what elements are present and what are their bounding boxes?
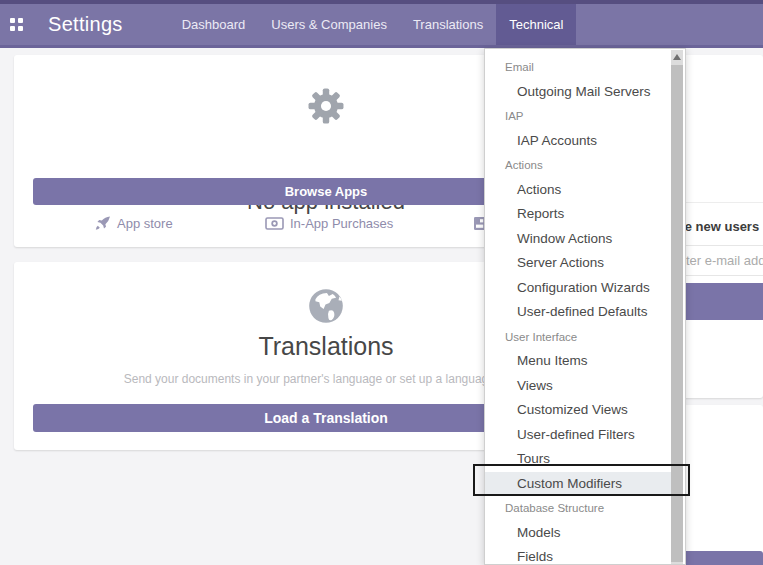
top-navbar: Settings Dashboard Users & Companies Tra… bbox=[0, 0, 763, 48]
menu-item-models[interactable]: Models bbox=[485, 521, 671, 546]
menu-users-companies[interactable]: Users & Companies bbox=[258, 4, 400, 45]
menu-section-user-interface: User Interface bbox=[485, 325, 671, 350]
menu-section-actions: Actions bbox=[485, 153, 671, 178]
menu-item-tours[interactable]: Tours bbox=[485, 447, 671, 472]
menu-translations[interactable]: Translations bbox=[400, 4, 496, 45]
menu-section-database-structure: Database Structure bbox=[485, 496, 671, 521]
banknote-icon bbox=[265, 217, 284, 230]
menu-dashboard[interactable]: Dashboard bbox=[169, 4, 259, 45]
menu-item-menu-items[interactable]: Menu Items bbox=[485, 349, 671, 374]
main-menu: Dashboard Users & Companies Translations… bbox=[169, 4, 577, 45]
menu-item-user-defined-defaults[interactable]: User-defined Defaults bbox=[485, 300, 671, 325]
in-app-purchases-link[interactable]: In-App Purchases bbox=[265, 213, 393, 233]
menu-item-window-actions[interactable]: Window Actions bbox=[485, 227, 671, 252]
menu-item-custom-modifiers[interactable]: Custom Modifiers bbox=[485, 472, 671, 497]
menu-item-actions[interactable]: Actions bbox=[485, 178, 671, 203]
menu-item-configuration-wizards[interactable]: Configuration Wizards bbox=[485, 276, 671, 301]
app-store-label: App store bbox=[117, 216, 173, 231]
menu-section-email: Email bbox=[485, 55, 671, 80]
menu-section-iap: IAP bbox=[485, 104, 671, 129]
menu-item-outgoing-mail-servers[interactable]: Outgoing Mail Servers bbox=[485, 80, 671, 105]
scrollbar-thumb[interactable] bbox=[671, 65, 683, 562]
right-panel-button[interactable] bbox=[680, 551, 763, 565]
menu-technical[interactable]: Technical bbox=[496, 4, 576, 45]
dropdown-scrollbar[interactable] bbox=[671, 50, 683, 564]
menu-item-customized-views[interactable]: Customized Views bbox=[485, 398, 671, 423]
technical-menu-list: EmailOutgoing Mail ServersIAPIAP Account… bbox=[485, 55, 671, 565]
apps-grid-icon[interactable] bbox=[10, 18, 23, 31]
menu-item-reports[interactable]: Reports bbox=[485, 202, 671, 227]
menu-item-iap-accounts[interactable]: IAP Accounts bbox=[485, 129, 671, 154]
app-store-link[interactable]: App store bbox=[95, 213, 173, 233]
menu-item-fields[interactable]: Fields bbox=[485, 545, 671, 565]
in-app-purchases-label: In-App Purchases bbox=[290, 216, 393, 231]
menu-item-user-defined-filters[interactable]: User-defined Filters bbox=[485, 423, 671, 448]
scrollbar-up-arrow-icon[interactable] bbox=[673, 54, 681, 60]
menu-item-views[interactable]: Views bbox=[485, 374, 671, 399]
rocket-icon bbox=[95, 216, 111, 231]
technical-dropdown: EmailOutgoing Mail ServersIAPIAP Account… bbox=[484, 48, 686, 565]
menu-item-server-actions[interactable]: Server Actions bbox=[485, 251, 671, 276]
page-title: Settings bbox=[48, 13, 123, 36]
